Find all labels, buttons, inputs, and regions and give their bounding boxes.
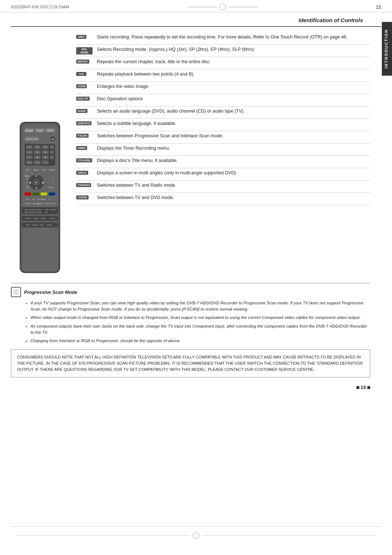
svg-text:REW: REW — [25, 198, 29, 200]
control-description: Switches between TV and Radio mode. — [97, 182, 370, 189]
svg-text:INFO: INFO — [26, 169, 30, 171]
control-icon: ANGLE — [76, 170, 93, 175]
svg-text:SETUP: SETUP — [49, 169, 54, 171]
svg-text:PLAY/PAUSE: PLAY/PAUSE — [37, 198, 46, 200]
pscan-header: ⓘ Progressive Scan Mode — [11, 287, 370, 297]
control-row: ZOOMEnlarges the video image. — [76, 82, 370, 94]
control-icon: REPEAT — [76, 59, 93, 64]
notice-box: CONSUMERS SHOULD NOTE THAT NOT ALL HIGH … — [11, 349, 370, 377]
page-square-left — [356, 386, 359, 389]
page-number-area: 15 — [0, 383, 392, 392]
header-line-left — [187, 7, 216, 7]
svg-text:▼: ▼ — [35, 187, 38, 190]
header-center — [187, 4, 258, 10]
svg-text:ⓘ: ⓘ — [13, 289, 19, 295]
control-description: Repeats the current chapter, track, titl… — [97, 59, 370, 65]
section-title-bar: Identification of Controls — [11, 14, 381, 27]
button-label: ●REC — [76, 35, 86, 39]
control-icon: SUBTITLE — [76, 121, 93, 125]
svg-text:DVD/HDD: DVD/HDD — [25, 130, 33, 132]
control-row: AUDIOSelects an audio language (DVD), au… — [76, 106, 370, 119]
control-icon: AUDIO — [76, 108, 93, 113]
control-row: TV/DVDSwitches between TV and DVD mode. — [76, 193, 370, 205]
svg-rect-71 — [49, 193, 55, 195]
header-line-right — [229, 7, 258, 7]
pscan-bullet: When video output mode is changed from R… — [30, 315, 370, 321]
control-description: Displays the Timer Recording menu. — [97, 145, 370, 152]
svg-text:VOL: VOL — [25, 176, 28, 177]
control-icon: P.SCAN — [76, 133, 93, 138]
pscan-section: ⓘ Progressive Scan Mode If your TV suppo… — [11, 283, 370, 344]
remote-area: DVD/HDD EPG INPUT ⏻ OPEN/CLOSE — [11, 31, 69, 274]
section-title: Identification of Controls — [299, 17, 363, 23]
svg-text:⏻: ⏻ — [52, 138, 54, 140]
page-header: 0202DRHT-630 2007.2.29 19AM 15 — [0, 0, 392, 12]
control-row: ANGLEDisplays a screen in multi angles (… — [76, 168, 370, 181]
svg-text:SUBTITLE: SUBTITLE — [30, 212, 36, 213]
header-code: 0202DRHT-630 2007.2.29 19AM — [11, 5, 69, 9]
svg-text:NEXT►: NEXT► — [51, 203, 56, 204]
button-label: TIMER — [76, 146, 87, 150]
svg-text:SLOW►: SLOW► — [44, 203, 49, 204]
control-row: TIMERDisplays the Timer Recording menu. — [76, 143, 370, 156]
svg-text:LIST: LIST — [26, 187, 30, 189]
control-description: Selects an audio language (DVD), audio c… — [97, 108, 370, 115]
control-row: P.SCANSwitches between Progressive Scan … — [76, 131, 370, 143]
header-circle — [219, 4, 226, 10]
button-label: P.SCAN — [76, 134, 89, 138]
control-row: TV/RADIOSwitches between TV and Radio mo… — [76, 181, 370, 193]
control-description: Enlarges the video image. — [97, 84, 370, 90]
side-tab: INTRODUCTION — [382, 22, 392, 76]
control-icon: ●REC — [76, 34, 93, 39]
pscan-bullet: As component outputs have their own Jack… — [30, 323, 370, 335]
control-icon: TV/DVD — [76, 195, 93, 199]
svg-text:REC MODE: REC MODE — [29, 209, 37, 211]
pscan-bullet: Changing from Interlace or RGB to Progre… — [30, 338, 370, 344]
control-row: A-BRepeats playback between two points (… — [76, 69, 370, 82]
svg-text:OK: OK — [35, 182, 38, 184]
control-icon: A-B — [76, 71, 93, 76]
pscan-content: If your TV supports Progressive Scan, yo… — [11, 300, 370, 344]
svg-rect-16 — [50, 145, 54, 149]
svg-rect-24 — [50, 155, 54, 159]
button-label: REPEAT — [76, 60, 89, 64]
pscan-bullet: If your TV supports Progressive Scan, yo… — [30, 300, 370, 312]
control-row: REC MODESelects Recording mode. (Approx.… — [76, 45, 370, 57]
svg-text:◄: ◄ — [26, 178, 27, 179]
control-row: REPEATRepeats the current chapter, track… — [76, 57, 370, 69]
svg-text:OPEN/CLOSE: OPEN/CLOSE — [25, 138, 38, 140]
svg-text:ZOOM: ZOOM — [45, 209, 49, 211]
remote-svg: DVD/HDD EPG INPUT ⏻ OPEN/CLOSE — [15, 121, 65, 274]
svg-text:TIMER: TIMER — [26, 224, 30, 226]
footer-circle — [193, 532, 199, 539]
svg-text:EPG: EPG — [38, 130, 42, 132]
svg-text:◄◄PREV: ◄◄PREV — [24, 203, 30, 204]
svg-rect-20 — [50, 150, 54, 154]
svg-text:REPEAT: REPEAT — [37, 212, 42, 213]
control-icon: ZOOM — [76, 84, 93, 88]
control-icon: TITLE/PBC — [76, 158, 93, 162]
control-row: TITLE/PBCDisplays a disc's Title menu, i… — [76, 156, 370, 168]
button-label: A-B — [76, 72, 86, 76]
button-label: ZOOM — [76, 84, 87, 88]
button-label: REC MODE — [76, 47, 93, 54]
header-page: 15 — [376, 4, 381, 10]
svg-text:TEXT: TEXT — [42, 169, 46, 171]
svg-rect-90 — [22, 207, 58, 214]
button-label: TV/RADIO — [76, 183, 91, 187]
footer-line-left — [16, 535, 190, 536]
svg-text:SLOW◄: SLOW◄ — [31, 203, 36, 204]
footer-line-right — [202, 535, 376, 536]
button-label: DISC OP — [76, 97, 90, 101]
svg-rect-68 — [25, 193, 31, 195]
page-footer — [11, 526, 381, 544]
svg-text:INPUT: INPUT — [48, 130, 53, 132]
pscan-title: Progressive Scan Mode — [24, 289, 77, 295]
svg-text:DISC OP: DISC OP — [50, 218, 56, 219]
control-icon: TV/RADIO — [76, 182, 93, 187]
control-icon: DISC OP — [76, 96, 93, 101]
svg-text:MENU: MENU — [33, 169, 38, 171]
svg-text:TV/RADIO: TV/RADIO — [32, 224, 38, 226]
button-label: TV/DVD — [76, 195, 89, 199]
svg-text:▲: ▲ — [35, 174, 38, 177]
